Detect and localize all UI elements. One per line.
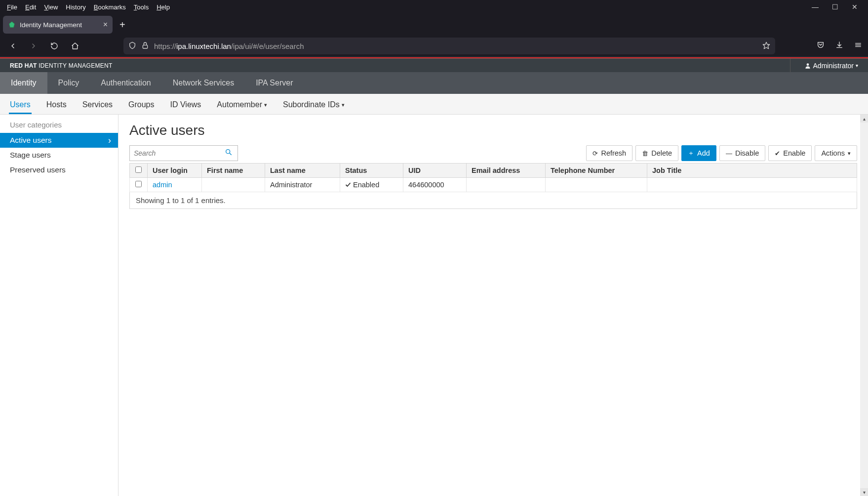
menu-bookmarks[interactable]: Bookmarks	[90, 2, 130, 12]
user-icon	[804, 62, 811, 69]
brand-logo: RED HAT IDENTITY MANAGEMENT	[10, 62, 113, 69]
menu-tools[interactable]: Tools	[130, 2, 153, 12]
col-phone[interactable]: Telephone Number	[546, 164, 647, 178]
table-header-row: User login First name Last name Status U…	[130, 164, 857, 178]
browser-menubar: File Edit View History Bookmarks Tools H…	[0, 0, 868, 14]
main-content: Active users ⟳Refresh 🗑Delete ＋Add —Disa…	[118, 115, 868, 496]
nav-ipa-server[interactable]: IPA Server	[245, 72, 304, 94]
menu-view[interactable]: View	[40, 2, 62, 12]
tab-hosts[interactable]: Hosts	[45, 96, 68, 114]
sidebar-item-stage-users[interactable]: Stage users	[0, 148, 118, 163]
tab-automember[interactable]: Automember▾	[216, 96, 268, 114]
chevron-down-icon: ▾	[848, 150, 851, 157]
vertical-scrollbar[interactable]: ▴ ▾	[860, 115, 868, 496]
hamburger-menu-icon[interactable]	[854, 41, 862, 51]
col-status[interactable]: Status	[340, 164, 403, 178]
sidebar-item-preserved-users[interactable]: Preserved users	[0, 163, 118, 177]
svg-line-7	[230, 153, 231, 155]
nav-identity[interactable]: Identity	[0, 72, 47, 94]
row-select-cell[interactable]	[130, 178, 148, 192]
col-uid[interactable]: UID	[403, 164, 467, 178]
user-menu-label: Administrator	[813, 62, 854, 70]
menu-file[interactable]: File	[3, 2, 21, 12]
tab-favicon-icon	[8, 21, 16, 29]
shield-icon	[128, 41, 136, 51]
tab-services[interactable]: Services	[81, 96, 114, 114]
window-minimize[interactable]: —	[811, 3, 820, 11]
check-icon	[345, 182, 351, 188]
menu-history[interactable]: History	[62, 2, 89, 12]
scroll-down-arrow-icon[interactable]: ▾	[860, 488, 868, 496]
search-box[interactable]	[129, 145, 220, 161]
cell-uid: 464600000	[403, 178, 467, 192]
row-checkbox[interactable]	[135, 181, 142, 187]
url-text: https://ipa.linuxtechi.lan/ipa/ui/#/e/us…	[154, 42, 757, 50]
toolbar: ⟳Refresh 🗑Delete ＋Add —Disable ✔Enable A…	[129, 145, 857, 161]
check-icon: ✔	[775, 150, 780, 157]
tab-title: Identity Management	[20, 21, 82, 29]
window-close[interactable]: ✕	[850, 3, 859, 11]
search-submit[interactable]	[220, 145, 238, 161]
tab-subordinate-ids[interactable]: Subordinate IDs▾	[282, 96, 346, 114]
col-email[interactable]: Email address	[467, 164, 546, 178]
menu-help[interactable]: Help	[153, 2, 174, 12]
col-job-title[interactable]: Job Title	[647, 164, 857, 178]
users-table: User login First name Last name Status U…	[129, 163, 857, 192]
plus-icon: ＋	[688, 149, 694, 158]
cell-last-name: Administrator	[265, 178, 340, 192]
cell-email	[467, 178, 546, 192]
scroll-up-arrow-icon[interactable]: ▴	[860, 115, 868, 123]
search-input[interactable]	[134, 149, 221, 157]
select-all-checkbox[interactable]	[135, 166, 142, 173]
disable-button[interactable]: —Disable	[719, 145, 765, 161]
nav-authentication[interactable]: Authentication	[90, 72, 161, 94]
svg-point-6	[226, 150, 230, 154]
nav-network-services[interactable]: Network Services	[162, 72, 245, 94]
sidebar-category-header: User categories	[0, 115, 118, 133]
browser-tabbar: Identity Management × +	[0, 14, 868, 36]
bookmark-star-icon[interactable]	[762, 41, 770, 51]
chevron-down-icon: ▾	[856, 63, 858, 68]
page-title: Active users	[129, 123, 857, 138]
user-login-link[interactable]: admin	[153, 181, 172, 189]
col-first-name[interactable]: First name	[202, 164, 265, 178]
user-menu[interactable]: Administrator ▾	[790, 59, 858, 72]
col-last-name[interactable]: Last name	[265, 164, 340, 178]
add-button[interactable]: ＋Add	[681, 145, 716, 161]
action-buttons: ⟳Refresh 🗑Delete ＋Add —Disable ✔Enable A…	[586, 145, 857, 161]
tab-close-icon[interactable]: ×	[103, 20, 108, 29]
secondary-nav: Users Hosts Services Groups ID Views Aut…	[0, 94, 868, 115]
delete-button[interactable]: 🗑Delete	[635, 145, 678, 161]
refresh-button[interactable]: ⟳Refresh	[586, 145, 632, 161]
url-bar[interactable]: https://ipa.linuxtechi.lan/ipa/ui/#/e/us…	[123, 38, 775, 54]
forward-button[interactable]	[27, 39, 40, 53]
pocket-icon[interactable]	[817, 41, 825, 51]
trash-icon: 🗑	[642, 150, 648, 157]
home-button[interactable]	[68, 39, 82, 53]
cell-job-title	[647, 178, 857, 192]
table-row: admin Administrator Enabled 464600000	[130, 178, 857, 192]
back-button[interactable]	[6, 39, 20, 53]
tab-users[interactable]: Users	[9, 96, 32, 114]
svg-marker-1	[763, 42, 769, 48]
primary-nav: Identity Policy Authentication Network S…	[0, 72, 868, 94]
col-user-login[interactable]: User login	[148, 164, 202, 178]
enable-button[interactable]: ✔Enable	[768, 145, 812, 161]
menu-edit[interactable]: Edit	[21, 2, 40, 12]
new-tab-button[interactable]: +	[113, 16, 132, 34]
select-all-header[interactable]	[130, 164, 148, 178]
lock-icon	[141, 41, 149, 51]
tab-groups[interactable]: Groups	[127, 96, 155, 114]
actions-dropdown[interactable]: Actions▾	[815, 145, 857, 161]
downloads-icon[interactable]	[835, 41, 843, 51]
browser-tab[interactable]: Identity Management ×	[3, 16, 113, 34]
reload-button[interactable]	[47, 39, 61, 53]
minus-icon: —	[726, 150, 732, 157]
scrollbar-track[interactable]	[860, 123, 868, 488]
sidebar-item-active-users[interactable]: Active users	[0, 133, 118, 148]
window-maximize[interactable]: ☐	[830, 3, 839, 11]
app-header: RED HAT IDENTITY MANAGEMENT Administrato…	[0, 58, 868, 72]
navbar-right-icons	[817, 41, 862, 51]
tab-id-views[interactable]: ID Views	[169, 96, 202, 114]
nav-policy[interactable]: Policy	[47, 72, 90, 94]
